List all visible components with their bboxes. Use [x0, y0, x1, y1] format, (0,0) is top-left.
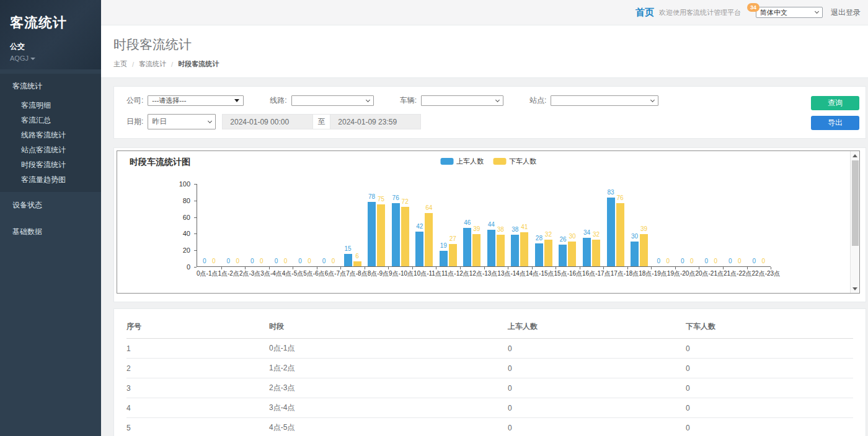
scrollbar-thumb[interactable] [852, 160, 859, 246]
bar-下车人数[interactable] [401, 207, 409, 267]
bar-下车人数[interactable] [449, 244, 457, 266]
bar-下车人数[interactable] [377, 204, 385, 267]
line-select[interactable] [291, 95, 374, 106]
bar-上车人数[interactable] [487, 230, 495, 266]
x-axis-tick-label: 1点-2点 [218, 269, 239, 278]
sidebar-item[interactable]: 基础数据 [0, 219, 101, 245]
date-end-input[interactable]: 2024-01-09 23:59 [330, 114, 421, 129]
bar-上车人数[interactable] [511, 235, 519, 266]
chart-category-group: 2832 [532, 184, 556, 266]
scrollbar-down-arrow-icon[interactable] [851, 284, 859, 293]
chart-scrollbar[interactable] [850, 151, 859, 293]
export-button[interactable]: 导出 [811, 116, 859, 130]
filter-panel: 公司: ---请选择--- 线路: 车辆: [113, 86, 866, 139]
y-axis-tick-label: 40 [117, 230, 190, 237]
chevron-down-icon [650, 97, 655, 102]
bar-value-label: 38 [512, 226, 518, 233]
sidebar-item-sub[interactable]: 客流汇总 [0, 113, 101, 128]
chevron-down-icon [208, 118, 212, 123]
sidebar-item-active[interactable]: 时段客流统计 [0, 157, 101, 172]
scrollbar-up-arrow-icon[interactable] [851, 151, 859, 160]
chart-category-group: 00 [197, 184, 221, 266]
station-select[interactable] [551, 95, 658, 106]
bar-上车人数[interactable] [392, 203, 400, 266]
logout-link[interactable]: 退出登录 [831, 7, 861, 18]
org-code-dropdown[interactable]: AQGJ [10, 54, 91, 62]
bar-下车人数[interactable] [497, 235, 505, 266]
language-select[interactable]: 简体中文 [756, 7, 823, 18]
bar-value-label: 39 [640, 225, 647, 232]
bar-下车人数[interactable] [353, 261, 361, 266]
bar-value-label: 72 [402, 198, 409, 205]
breadcrumb-separator: / [132, 61, 134, 68]
bar-上车人数[interactable] [583, 238, 591, 266]
filter-row-2: 日期: 昨日 2024-01-09 00:00 至 2024-01-09 23:… [126, 114, 853, 129]
breadcrumb-item[interactable]: 客流统计 [139, 59, 166, 69]
bar-value-label: 0 [250, 258, 254, 264]
bar-下车人数[interactable] [520, 232, 528, 266]
bar-value-label: 0 [681, 258, 684, 264]
bar-value-label: 27 [450, 235, 456, 242]
table-cell: 0 [686, 378, 853, 398]
bar-上车人数[interactable] [559, 245, 567, 266]
bar-上车人数[interactable] [440, 251, 448, 267]
legend-item[interactable]: 下车人数 [493, 157, 536, 166]
sidebar-menu: 客流统计 客流明细客流汇总线路客流统计站点客流统计时段客流统计客流量趋势图 设备… [0, 74, 101, 245]
date-start-input[interactable]: 2024-01-09 00:00 [222, 114, 313, 129]
line-label: 线路: [270, 95, 286, 106]
main-area: 首页 欢迎使用客流统计管理平台 34 简体中文 退出登录 时段客流统计 主页/客… [101, 0, 868, 436]
chart-category-group: 4264 [412, 184, 436, 266]
legend-item[interactable]: 上车人数 [440, 157, 484, 166]
chart-category-group: 3432 [580, 184, 604, 266]
sidebar-item-passenger-stats[interactable]: 客流统计 [0, 74, 101, 98]
bar-wrapper: 46 [463, 228, 471, 266]
x-axis-tick-label: 22点-23点 [752, 269, 781, 278]
chart-plot-area: 0000000000001567875767242641927463944383… [197, 184, 771, 267]
bar-上车人数[interactable] [368, 202, 376, 267]
bar-value-label: 0 [666, 258, 670, 264]
breadcrumb-item[interactable]: 主页 [113, 59, 127, 69]
date-label: 日期: [126, 116, 143, 127]
bar-value-label: 0 [236, 258, 240, 264]
bar-上车人数[interactable] [344, 254, 352, 266]
bar-value-label: 0 [332, 258, 335, 264]
bar-下车人数[interactable] [472, 234, 480, 266]
bar-上车人数[interactable] [607, 198, 615, 266]
sidebar-item[interactable]: 设备状态 [0, 192, 101, 219]
sidebar-item-sub[interactable]: 线路客流统计 [0, 128, 101, 142]
bar-下车人数[interactable] [616, 203, 624, 266]
bar-value-label: 0 [227, 258, 231, 264]
bar-value-label: 0 [298, 258, 302, 264]
bar-下车人数[interactable] [544, 240, 552, 266]
bar-下车人数[interactable] [592, 240, 600, 266]
date-preset-value: 昨日 [152, 116, 167, 127]
table-row: 43点-4点00 [126, 398, 853, 418]
date-preset-select[interactable]: 昨日 [148, 114, 216, 129]
sidebar-item-sub[interactable]: 站点客流统计 [0, 142, 101, 157]
sidebar-item-sub[interactable]: 客流量趋势图 [0, 172, 101, 187]
bar-下车人数[interactable] [640, 234, 648, 266]
query-button[interactable]: 查询 [811, 96, 859, 110]
bar-wrapper: 28 [535, 243, 543, 267]
bar-value-label: 0 [657, 258, 660, 264]
sidebar-item-sub[interactable]: 客流明细 [0, 98, 101, 113]
notification-badge[interactable]: 34 [747, 3, 760, 12]
bar-上车人数[interactable] [631, 242, 639, 266]
x-axis-tick-label: 9点-10点 [389, 269, 414, 278]
home-link[interactable]: 首页 [636, 7, 654, 19]
chart-category-group: 00 [747, 184, 771, 266]
chart-category-group: 4438 [484, 184, 508, 266]
bar-value-label: 64 [425, 204, 432, 211]
vehicle-select[interactable] [421, 95, 503, 106]
company-select[interactable]: ---请选择--- [148, 95, 244, 106]
table-row: 21点-2点00 [126, 359, 853, 378]
bar-下车人数[interactable] [425, 213, 433, 266]
bar-上车人数[interactable] [535, 243, 543, 267]
bar-上车人数[interactable] [463, 228, 471, 266]
x-axis-tick-label: 12点-13点 [469, 269, 498, 278]
table-row: 10点-1点00 [126, 339, 853, 359]
table-cell: 4点-5点 [269, 418, 508, 436]
bar-上车人数[interactable] [415, 232, 423, 266]
hourly-traffic-table: 序号时段上车人数下车人数 10点-1点0021点-2点0032点-3点0043点… [126, 316, 853, 436]
bar-下车人数[interactable] [568, 242, 576, 266]
